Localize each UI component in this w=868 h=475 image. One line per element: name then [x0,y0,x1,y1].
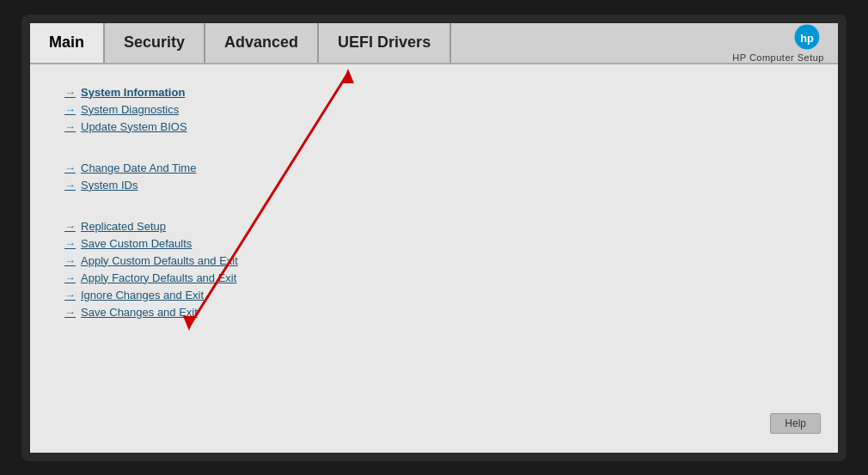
menu-item-save-custom-defaults[interactable]: → Save Custom Defaults [64,237,804,250]
help-button[interactable]: Help [770,413,821,434]
arrow-icon-8: → [64,254,76,267]
hp-logo-icon: hp [790,23,824,51]
menu-item-system-ids[interactable]: → System IDs [64,179,804,192]
menu-item-apply-custom-defaults[interactable]: → Apply Custom Defaults and Exit [64,254,804,267]
tab-security[interactable]: Security [105,23,205,63]
screen: Main Security Advanced UEFI Drivers hp H… [30,23,838,453]
arrow-icon-2: → [64,103,76,116]
menu-section-2: → Change Date And Time → System IDs [64,147,804,192]
arrow-icon-4: → [64,161,76,174]
brand-text: HP Computer Setup [732,52,824,63]
menu-item-apply-factory-defaults[interactable]: → Apply Factory Defaults and Exit [64,271,804,284]
monitor-bezel: Main Security Advanced UEFI Drivers hp H… [21,15,847,461]
menu-item-system-information[interactable]: → System Information [64,86,804,99]
arrow-icon-3: → [64,120,76,133]
arrow-icon-6: → [64,220,76,233]
arrow-icon-9: → [64,271,76,284]
nav-bar: Main Security Advanced UEFI Drivers hp H… [30,23,838,64]
menu-item-save-changes[interactable]: → Save Changes and Exit [64,306,804,319]
menu-item-update-bios[interactable]: → Update System BIOS [64,120,804,133]
arrow-icon-5: → [64,179,76,192]
tab-uefi-drivers[interactable]: UEFI Drivers [319,23,451,63]
menu-item-change-date[interactable]: → Change Date And Time [64,161,804,174]
nav-brand: hp HP Computer Setup [732,23,838,63]
svg-marker-4 [342,69,354,83]
menu-section-3: → Replicated Setup → Save Custom Default… [64,205,804,319]
arrow-icon-11: → [64,306,76,319]
arrow-icon-7: → [64,237,76,250]
arrow-icon-1: → [64,86,76,99]
tab-main[interactable]: Main [30,23,105,63]
menu-item-system-diagnostics[interactable]: → System Diagnostics [64,103,804,116]
main-content: → System Information → System Diagnostic… [30,64,838,451]
menu-item-ignore-changes[interactable]: → Ignore Changes and Exit [64,289,804,301]
menu-item-replicated-setup[interactable]: → Replicated Setup [64,220,804,233]
svg-text:hp: hp [800,31,814,44]
menu-section-1: → System Information → System Diagnostic… [64,86,804,133]
arrow-icon-10: → [64,289,76,301]
tab-advanced[interactable]: Advanced [205,23,319,63]
